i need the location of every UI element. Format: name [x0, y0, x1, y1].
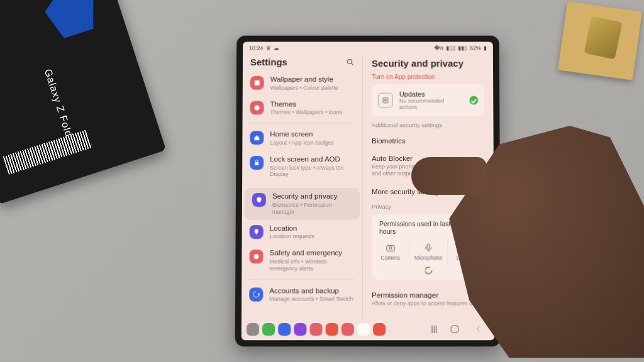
navigation-bar: ||| ◯ 〈 [242, 319, 494, 340]
status-bar: 10:24 ♛ ☁ �הּ ▮▯▯ ▮▮▯ 62% ▮ [243, 42, 493, 55]
item-sub: Layout • App icon badges [270, 140, 334, 146]
dock-app-6[interactable] [326, 323, 338, 336]
item-sub: Medical info • Wireless emergency alerts [269, 258, 354, 272]
item-title: Security and privacy [272, 192, 352, 201]
perm-microphone[interactable]: Microphone [409, 240, 447, 263]
svg-line-1 [352, 63, 353, 65]
palette-icon [250, 101, 264, 114]
settings-item-lockscreen[interactable]: Lock screen and AODScreen lock type • Al… [242, 151, 362, 182]
dock-app-5[interactable] [309, 323, 322, 336]
item-title: Themes [270, 100, 343, 109]
svg-point-3 [255, 105, 260, 110]
settings-item-themes[interactable]: ThemesThemes • Wallpapers • Icons [243, 96, 362, 120]
item-title: Location [270, 224, 314, 233]
item-sub: Manage accounts • Smart Switch [269, 296, 353, 303]
item-title: Wallpaper and style [270, 75, 338, 84]
user-finger [411, 157, 487, 195]
svg-rect-6 [383, 98, 388, 103]
camera-icon [386, 243, 396, 253]
row-biometrics[interactable]: Biometrics [372, 132, 485, 150]
status-time: 10:24 [249, 45, 263, 51]
svg-point-7 [384, 99, 386, 101]
settings-title: Settings [250, 57, 287, 67]
settings-item-home[interactable]: Home screenLayout • App icon badges [242, 126, 362, 151]
updates-card[interactable]: Updates No recommended actions [372, 84, 484, 117]
signal-icon: ▮▯▯ [446, 45, 455, 51]
product-box-prop: Galaxy Z Fold6 [0, 0, 166, 204]
dock-app-messages[interactable] [278, 323, 291, 336]
dock-app-browser[interactable] [294, 323, 306, 336]
app-protection-link[interactable]: Turn on App protection [372, 74, 484, 80]
settings-item-location[interactable]: LocationLocation requests [242, 220, 362, 245]
microphone-icon [423, 243, 433, 253]
dock-app-phone[interactable] [262, 323, 275, 336]
nav-back-button[interactable]: 〈 [472, 324, 480, 335]
svg-rect-2 [255, 80, 260, 85]
item-title: Home screen [270, 130, 334, 139]
search-icon[interactable] [346, 58, 355, 67]
dock-app-1[interactable] [247, 323, 259, 336]
pin-icon [250, 225, 264, 239]
settings-item-accounts[interactable]: Accounts and backupManage accounts • Sma… [242, 282, 362, 307]
dock-app-youtube[interactable] [373, 323, 386, 336]
updates-icon [378, 93, 393, 108]
updates-sub: No recommended actions [399, 98, 464, 111]
wifi-icon: �הּ [434, 45, 443, 51]
item-title: Lock screen and AOD [270, 155, 355, 164]
settings-item-security[interactable]: Security and privacyBiometrics • Permiss… [245, 188, 360, 219]
divider [250, 185, 355, 185]
item-sub: Wallpapers • Colour palette [270, 85, 338, 92]
settings-list: Wallpaper and styleWallpapers • Colour p… [242, 71, 362, 319]
settings-item-wallpaper[interactable]: Wallpaper and styleWallpapers • Colour p… [243, 71, 362, 96]
svg-rect-10 [427, 244, 430, 248]
svg-rect-4 [255, 162, 258, 165]
detail-title: Security and privacy [372, 58, 484, 69]
google-icon [424, 266, 433, 275]
home-icon [250, 131, 264, 145]
cloud-icon: ☁ [273, 45, 279, 51]
divider [249, 279, 355, 280]
svg-point-9 [389, 246, 392, 249]
shield-icon [252, 193, 266, 207]
barcode-graphic [3, 129, 92, 175]
perm-camera[interactable]: Camera [372, 240, 409, 263]
svg-rect-8 [387, 245, 394, 251]
item-sub: Location requests [270, 233, 314, 240]
item-sub: Screen lock type • Always On Display [270, 165, 355, 178]
sync-icon [249, 287, 263, 301]
shield-badge-graphic [36, 0, 107, 48]
battery-icon: ▮ [484, 45, 487, 51]
section-additional-label: Additional security settings [372, 121, 485, 128]
sos-icon [249, 250, 263, 263]
divider [250, 123, 355, 124]
svg-point-0 [347, 59, 352, 63]
box-product-name: Galaxy Z Fold6 [42, 68, 77, 145]
updates-title: Updates [399, 90, 464, 98]
dock-app-7[interactable] [341, 323, 354, 336]
app-dock [247, 323, 386, 336]
settings-item-safety[interactable]: Safety and emergencyMedical info • Wirel… [242, 244, 362, 277]
nav-recents-button[interactable]: ||| [431, 324, 437, 335]
item-sub: Biometrics • Permission manager [272, 202, 352, 216]
battery-text: 62% [470, 45, 481, 51]
image-icon [250, 76, 264, 90]
item-sub: Themes • Wallpapers • Icons [270, 109, 342, 116]
signal-icon-2: ▮▮▯ [458, 45, 467, 51]
lock-icon [250, 156, 264, 170]
settings-pane: Settings Wallpaper and styleWallpapers •… [242, 54, 363, 319]
item-title: Accounts and backup [269, 287, 353, 295]
crown-icon: ♛ [265, 45, 270, 51]
check-icon [469, 96, 478, 105]
item-title: Safety and emergency [270, 249, 355, 258]
svg-point-5 [254, 254, 259, 259]
nav-home-button[interactable]: ◯ [450, 324, 460, 335]
dock-app-playstore[interactable] [357, 323, 370, 336]
